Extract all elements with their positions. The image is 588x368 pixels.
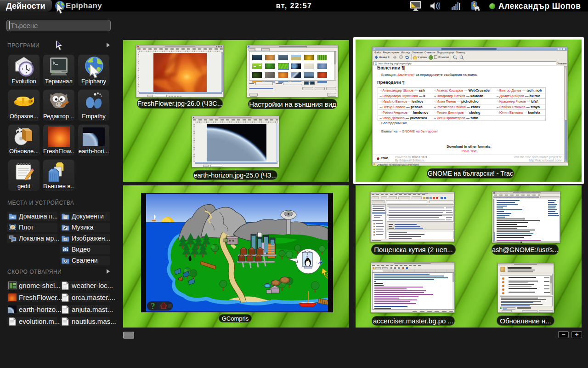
svg-text:?: ? [151, 301, 155, 311]
